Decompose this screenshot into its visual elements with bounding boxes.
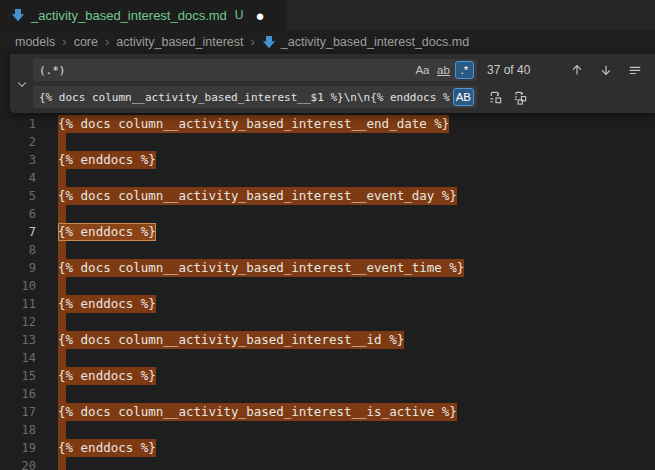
find-row: Aa ab .* 37 of 40 [33, 59, 655, 81]
line-number: 9 [0, 259, 36, 277]
previous-match-button[interactable] [567, 60, 587, 80]
line-number: 1 [0, 115, 36, 133]
line-number: 19 [0, 439, 36, 457]
line-number: 4 [0, 169, 36, 187]
replace-icon[interactable] [485, 87, 505, 107]
modified-dot-icon[interactable]: ● [256, 8, 265, 23]
line-number: 20 [0, 457, 36, 470]
editor-line[interactable]: 15 {% enddocs %} [0, 367, 655, 385]
line-text [58, 133, 66, 151]
line-number: 12 [0, 313, 36, 331]
editor-lines: 1 {% docs column__activity_based_interes… [0, 115, 655, 470]
line-text: {% enddocs %} [58, 439, 156, 457]
editor-line[interactable]: 19 {% enddocs %} [0, 439, 655, 457]
line-text: {% docs column__activity_based_interest_… [58, 331, 404, 349]
tab-filename: _activity_based_interest_docs.md [31, 8, 227, 23]
line-text [58, 457, 66, 470]
line-number: 6 [0, 205, 36, 223]
editor-line[interactable]: 5 {% docs column__activity_based_interes… [0, 187, 655, 205]
editor-line[interactable]: 8 [0, 241, 655, 259]
breadcrumb-separator: › [250, 34, 254, 49]
git-status-badge: U [235, 8, 244, 22]
line-text: {% enddocs %} [58, 295, 156, 313]
line-text: {% docs column__activity_based_interest_… [58, 259, 464, 277]
line-number: 10 [0, 277, 36, 295]
line-number: 18 [0, 421, 36, 439]
editor-line[interactable]: 16 [0, 385, 655, 403]
editor-line[interactable]: 1 {% docs column__activity_based_interes… [0, 115, 655, 133]
line-text [58, 277, 66, 295]
editor-line[interactable]: 4 [0, 169, 655, 187]
editor-line[interactable]: 9 {% docs column__activity_based_interes… [0, 259, 655, 277]
next-match-button[interactable] [596, 60, 616, 80]
line-number: 17 [0, 403, 36, 421]
line-number: 7 [0, 223, 36, 241]
breadcrumb-separator: › [105, 34, 109, 49]
line-text [58, 349, 66, 367]
line-number: 11 [0, 295, 36, 313]
replace-options: AB [453, 88, 474, 106]
line-text: {% enddocs %} [58, 367, 156, 385]
replace-actions [485, 87, 530, 107]
search-options: Aa ab .* [413, 61, 474, 79]
match-case-button[interactable]: Aa [413, 61, 432, 79]
breadcrumb: models › core › activity_based_interest … [0, 30, 655, 53]
editor-line[interactable]: 20 [0, 457, 655, 470]
search-input[interactable] [33, 59, 477, 81]
results-count: 37 of 40 [487, 63, 555, 77]
whole-word-label: ab [437, 65, 450, 76]
line-text: {% enddocs %} [58, 223, 156, 241]
editor-line[interactable]: 10 [0, 277, 655, 295]
replace-input[interactable] [33, 86, 477, 108]
breadcrumb-item-models[interactable]: models [15, 35, 55, 49]
find-in-selection-icon[interactable] [625, 60, 645, 80]
line-text [58, 313, 66, 331]
dbt-file-icon [11, 8, 25, 22]
editor-line[interactable]: 3 {% enddocs %} [0, 151, 655, 169]
line-number: 13 [0, 331, 36, 349]
line-text: {% docs column__activity_based_interest_… [58, 187, 457, 205]
line-text: {% docs column__activity_based_interest_… [58, 115, 449, 133]
editor-line[interactable]: 12 [0, 313, 655, 331]
breadcrumb-item-file[interactable]: _activity_based_interest_docs.md [262, 35, 469, 49]
line-text [58, 385, 66, 403]
breadcrumb-item-activity-based-interest[interactable]: activity_based_interest [116, 35, 243, 49]
line-number: 8 [0, 241, 36, 259]
line-number: 3 [0, 151, 36, 169]
line-text [58, 205, 66, 223]
line-number: 16 [0, 385, 36, 403]
editor-line[interactable]: 7 {% enddocs %} [0, 223, 655, 241]
find-actions [567, 60, 655, 80]
editor[interactable]: Aa ab .* 37 of 40 [0, 53, 655, 470]
editor-line[interactable]: 14 [0, 349, 655, 367]
editor-line[interactable]: 17 {% docs column__activity_based_intere… [0, 403, 655, 421]
editor-line[interactable]: 11 {% enddocs %} [0, 295, 655, 313]
breadcrumb-item-core[interactable]: core [74, 35, 98, 49]
line-number: 15 [0, 367, 36, 385]
breadcrumb-separator: › [62, 34, 66, 49]
tab-active[interactable]: _activity_based_interest_docs.md U ● [0, 0, 286, 30]
toggle-replace-chevron-icon[interactable] [13, 54, 31, 113]
line-number: 2 [0, 133, 36, 151]
line-text [58, 169, 66, 187]
editor-line[interactable]: 2 [0, 133, 655, 151]
editor-line[interactable]: 6 [0, 205, 655, 223]
line-number: 14 [0, 349, 36, 367]
editor-line[interactable]: 13 {% docs column__activity_based_intere… [0, 331, 655, 349]
find-widget: Aa ab .* 37 of 40 [10, 54, 655, 113]
tab-bar: _activity_based_interest_docs.md U ● [0, 0, 655, 30]
editor-line[interactable]: 18 [0, 421, 655, 439]
preserve-case-button[interactable]: AB [453, 88, 474, 106]
replace-all-icon[interactable] [510, 87, 530, 107]
whole-word-button[interactable]: ab [434, 61, 453, 79]
line-text [58, 421, 66, 439]
dbt-file-icon [262, 35, 276, 49]
line-number: 5 [0, 187, 36, 205]
regex-button[interactable]: .* [455, 61, 474, 79]
breadcrumb-file-label: _activity_based_interest_docs.md [281, 35, 469, 49]
replace-row: AB [33, 86, 530, 108]
line-text [58, 241, 66, 259]
line-text: {% docs column__activity_based_interest_… [58, 403, 457, 421]
line-text: {% enddocs %} [58, 151, 156, 169]
